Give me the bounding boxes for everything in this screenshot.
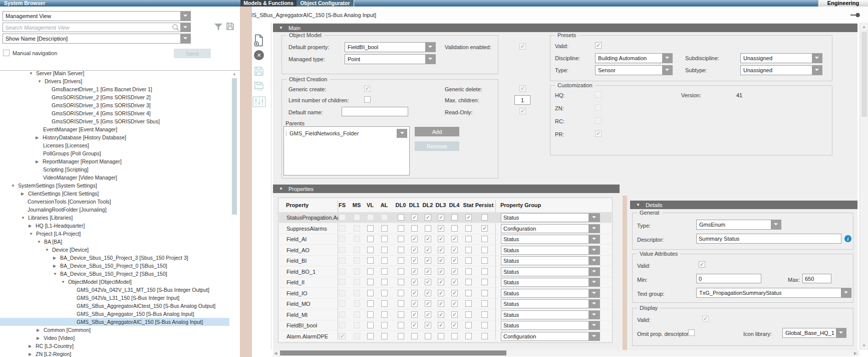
property-checkbox[interactable] (411, 311, 418, 318)
read-only-checkbox[interactable] (519, 108, 526, 114)
property-checkbox[interactable] (451, 225, 458, 232)
max-field[interactable]: 650 (802, 274, 831, 283)
property-checkbox[interactable] (398, 257, 404, 264)
property-checkbox[interactable] (354, 290, 360, 296)
delete-object-button[interactable]: ✕ (254, 50, 264, 60)
property-checkbox[interactable] (438, 268, 444, 275)
table-row[interactable]: Field_BO_1 Status (279, 266, 612, 277)
search-dropdown-button[interactable] (180, 23, 190, 32)
property-checkbox[interactable] (451, 257, 458, 264)
property-checkbox[interactable] (411, 279, 418, 285)
property-checkbox[interactable] (339, 300, 346, 307)
table-row[interactable]: Field_MI Status (279, 309, 612, 320)
tree-item[interactable]: ▼ BA [BA] (0, 238, 229, 246)
table-row[interactable]: Field_AI Status (279, 234, 612, 245)
pin-icon[interactable] (850, 13, 860, 18)
tree-item[interactable]: ▶ BA_Device_Sbus_150_Project_3 [Sbus_150… (0, 254, 229, 262)
subdiscipline-select[interactable]: Unassigned (740, 53, 822, 63)
property-checkbox[interactable] (339, 257, 346, 264)
pr-checkbox[interactable] (595, 130, 602, 137)
property-checkbox[interactable] (398, 290, 404, 296)
tree-expander-icon[interactable]: ▶ (21, 192, 28, 196)
property-checkbox[interactable] (367, 214, 374, 221)
table-row[interactable]: SuppressAlarms Configuration (279, 223, 612, 234)
tree-item[interactable]: Scripting [Scripting] (0, 165, 229, 173)
va-valid-checkbox[interactable] (699, 261, 705, 268)
property-checkbox[interactable] (465, 290, 472, 296)
text-group-select[interactable]: TxG_PropagationSummaryStatus (696, 288, 851, 298)
property-checkbox[interactable] (465, 257, 472, 264)
property-checkbox[interactable] (354, 247, 360, 253)
discipline-select[interactable]: Building Automation (595, 53, 673, 63)
property-checkbox[interactable] (411, 214, 418, 221)
tree-item[interactable]: ▶ HistoryDatabase [History Database] (0, 133, 229, 141)
tree-item[interactable]: GmsSORISDriver_5 [Gms SORISDriver Sbus] (0, 117, 229, 125)
property-checkbox[interactable] (425, 322, 431, 328)
property-checkbox[interactable] (481, 279, 488, 285)
property-checkbox[interactable] (367, 225, 374, 232)
property-checkbox[interactable] (398, 300, 404, 307)
tree-expander-icon[interactable]: ▶ (53, 256, 60, 260)
property-checkbox[interactable] (451, 311, 458, 318)
tree-item[interactable]: GmsSORISDriver_4 [Gms SORISDriver 4] (0, 109, 229, 117)
tree-expander-icon[interactable]: ▼ (37, 240, 44, 244)
property-group-select[interactable]: Status (501, 235, 600, 244)
horizontal-scrollbar[interactable]: ◀ ▶ (273, 350, 859, 356)
property-checkbox[interactable] (451, 322, 458, 328)
property-checkbox[interactable] (354, 268, 360, 275)
table-row[interactable]: FieldBI_bool Status (279, 320, 612, 331)
parents-item[interactable]: GMS_FieldNetworks_Folder (286, 128, 407, 138)
property-checkbox[interactable] (367, 279, 374, 285)
save-view-icon[interactable] (226, 22, 234, 31)
mode-engineering[interactable]: Engineering (818, 0, 868, 7)
tree-item[interactable]: GMS_042Va_L31_150 [S-Bus Integer Input] (0, 294, 229, 302)
property-checkbox[interactable] (354, 279, 360, 285)
tree-item[interactable]: ▶ ReportManager [Report Manager] (0, 157, 229, 165)
property-group-select[interactable]: Status (501, 256, 600, 265)
property-checkbox[interactable] (354, 236, 360, 242)
property-checkbox[interactable] (339, 236, 346, 242)
managed-type-select[interactable]: Point (345, 54, 436, 64)
property-checkbox[interactable] (381, 225, 388, 232)
property-checkbox[interactable] (339, 290, 346, 296)
rc-checkbox[interactable] (595, 117, 602, 124)
tree-item[interactable]: ▼ SystemSettings [System Settings] (0, 182, 229, 190)
tree-item[interactable]: ConversionTools [Conversion Tools] (0, 198, 229, 206)
property-checkbox[interactable] (465, 225, 472, 232)
property-checkbox[interactable] (381, 333, 388, 339)
scroll-up-arrow[interactable]: ▲ (862, 25, 866, 30)
tree-item[interactable]: VideoManager [Video Manager] (0, 173, 229, 182)
property-checkbox[interactable] (425, 236, 431, 242)
property-checkbox[interactable] (425, 333, 431, 339)
tree-expander-icon[interactable]: ▶ (36, 135, 43, 140)
remove-parent-button[interactable]: Remove (415, 141, 459, 151)
settings-icon[interactable] (252, 96, 266, 107)
property-checkbox[interactable] (481, 322, 488, 328)
tree-item[interactable]: GMS_SBus_AggregatorAICtest_150 [S-Bus An… (0, 302, 229, 310)
view-selector[interactable]: Management View (3, 11, 191, 21)
property-checkbox[interactable] (381, 279, 388, 285)
property-checkbox[interactable] (465, 214, 472, 221)
property-checkbox[interactable] (438, 300, 444, 307)
property-checkbox[interactable] (425, 247, 431, 253)
tree-expander-icon[interactable]: ▼ (29, 232, 36, 236)
property-checkbox[interactable] (465, 279, 472, 285)
tree-item[interactable]: ▼ ObjectModel [ObjectModel] (0, 278, 229, 286)
property-checkbox[interactable] (451, 247, 458, 253)
tree-item[interactable]: ▶ ZN [L2-Region] (0, 350, 229, 357)
tree-item[interactable]: GmsBacnetDriver_1 [Gms Bacnet Driver 1] (0, 85, 229, 93)
tree-item[interactable]: ▼ Drivers [Drivers] (0, 77, 229, 85)
property-checkbox[interactable] (354, 322, 360, 328)
validation-enabled-checkbox[interactable] (519, 43, 526, 50)
horizontal-scrollbar-thumb[interactable] (280, 350, 506, 355)
property-checkbox[interactable] (339, 225, 346, 232)
search-input[interactable] (3, 23, 171, 32)
property-checkbox[interactable] (411, 236, 418, 242)
property-checkbox[interactable] (354, 257, 360, 264)
save-icon[interactable] (254, 66, 264, 76)
tree-item[interactable]: GmsSORISDriver_2 [Gms SORISDriver 2] (0, 93, 229, 101)
property-group-select[interactable]: Status (501, 310, 600, 319)
property-checkbox[interactable] (411, 333, 418, 339)
property-checkbox[interactable] (411, 300, 418, 307)
property-checkbox[interactable] (354, 311, 360, 318)
